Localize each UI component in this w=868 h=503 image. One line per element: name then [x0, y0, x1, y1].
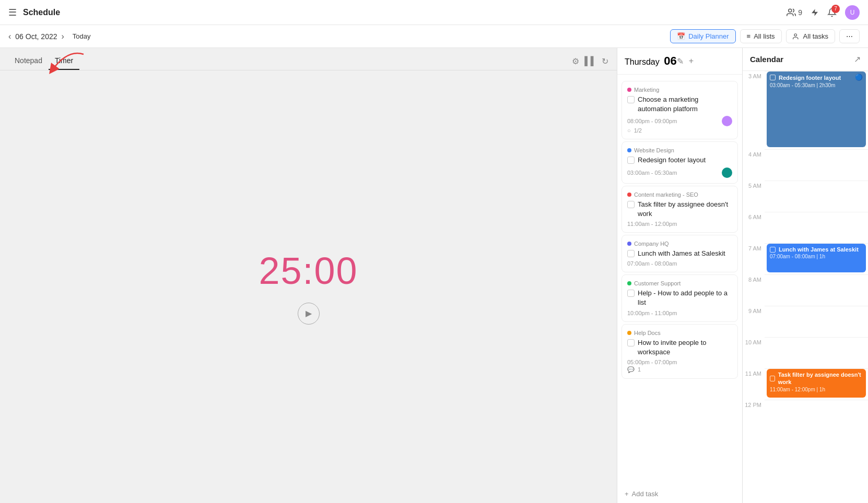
current-date: 06 Oct, 2022 [15, 32, 57, 41]
settings-icon[interactable]: ⚙ [572, 56, 579, 66]
time-row: 3 AM Redesign footer layout 🔵 03:00am - … [743, 71, 868, 149]
task-time: 08:00pm - 09:00pm [627, 118, 677, 124]
notif-badge: 7 [831, 5, 840, 13]
expand-icon[interactable]: ↗ [854, 54, 861, 64]
add-task-label: Add task [632, 490, 659, 498]
task-name: Choose a marketing automation platform [638, 95, 732, 114]
all-tasks-icon [793, 33, 800, 40]
task-name: How to invite people to workspace [638, 338, 732, 357]
task-card[interactable]: Content marketing - SEO Task filter by a… [621, 186, 738, 233]
all-lists-button[interactable]: ≡ All lists [740, 29, 782, 43]
timer-content: 25:00 ▶ [0, 70, 617, 503]
middle-panel: Thursday 06 ✎ + Marketing Choose a marke… [617, 48, 743, 503]
task-category: Website Design [627, 147, 732, 153]
time-row: 10 AM [743, 337, 868, 368]
day-name: Thursday [625, 57, 660, 66]
chart-icon[interactable]: ▌▌ [584, 56, 596, 66]
users-count: 9 [798, 8, 802, 17]
cal-event[interactable]: Task filter by assignee doesn't work 11:… [767, 369, 866, 398]
task-checkbox[interactable] [627, 290, 635, 297]
category-name: Marketing [634, 87, 659, 93]
task-comment-meta: 💬 1 [627, 366, 732, 373]
event-checkbox[interactable] [770, 376, 775, 381]
task-row: Help - How to add people to a list [627, 289, 732, 307]
time-label: 5 AM [743, 181, 765, 189]
task-time: 07:00am - 08:00am [627, 260, 677, 267]
time-label: 7 AM [743, 243, 765, 252]
edit-icon[interactable]: ✎ [677, 56, 684, 66]
task-category: Marketing [627, 87, 732, 93]
all-tasks-label: All tasks [803, 32, 828, 40]
menu-icon[interactable]: ☰ [8, 7, 17, 18]
task-checkbox[interactable] [627, 201, 635, 208]
daily-planner-label: Daily Planner [688, 32, 729, 40]
task-row: Lunch with James at Saleskit [627, 249, 732, 258]
tab-timer[interactable]: Timer [49, 52, 79, 70]
tab-notepad[interactable]: Notepad [8, 52, 49, 70]
daily-planner-button[interactable]: 📅 Daily Planner [670, 29, 735, 43]
task-checkbox[interactable] [627, 339, 635, 346]
add-task-row[interactable]: + Add task [617, 485, 742, 503]
category-dot [627, 148, 631, 152]
category-dot [627, 193, 631, 197]
task-category: Company HQ [627, 241, 732, 247]
users-button[interactable]: 9 [787, 8, 802, 17]
task-subtask: ○ 1/2 [627, 127, 732, 134]
time-label: 9 AM [743, 306, 765, 314]
task-card[interactable]: Marketing Choose a marketing automation … [621, 81, 738, 139]
time-row: 4 AM [743, 149, 868, 181]
bolt-button[interactable] [811, 8, 819, 17]
time-label: 10 AM [743, 337, 765, 345]
category-name: Content marketing - SEO [634, 191, 698, 198]
task-row: Choose a marketing automation platform [627, 95, 732, 114]
view-switcher: 📅 Daily Planner ≡ All lists All tasks ⋯ [670, 29, 860, 43]
category-name: Customer Support [634, 280, 681, 286]
today-button[interactable]: Today [73, 32, 91, 40]
timer-play-button[interactable]: ▶ [298, 303, 320, 325]
add-icon[interactable]: + [689, 56, 694, 66]
time-row: 8 AM [743, 274, 868, 306]
task-name: Task filter by assignee doesn't work [638, 200, 732, 219]
all-lists-label: All lists [754, 32, 775, 40]
event-title: Redesign footer layout [779, 74, 841, 81]
event-checkbox[interactable] [770, 247, 776, 253]
next-date-button[interactable]: › [62, 32, 64, 41]
task-checkbox[interactable] [627, 157, 635, 164]
all-tasks-button[interactable]: All tasks [786, 29, 835, 43]
task-card[interactable]: Customer Support Help - How to add peopl… [621, 274, 738, 321]
event-checkbox[interactable] [770, 75, 776, 80]
day-num: 06 [664, 54, 676, 67]
notifications-button[interactable]: 7 [827, 8, 837, 17]
task-card[interactable]: Company HQ Lunch with James at Saleskit … [621, 235, 738, 272]
right-panel: Calendar ↗ 3 AM Redesign footer layout 🔵… [743, 48, 868, 503]
task-card[interactable]: Website Design Redesign footer layout 03… [621, 141, 738, 183]
prev-date-button[interactable]: ‹ [8, 32, 11, 41]
task-checkbox[interactable] [627, 250, 635, 257]
time-label: 3 AM [743, 71, 765, 79]
second-nav: ‹ 06 Oct, 2022 › Today 📅 Daily Planner ≡… [0, 25, 868, 48]
cal-event[interactable]: Lunch with James at Saleskit 07:00am - 0… [767, 244, 866, 272]
calendar-title: Calendar [750, 55, 854, 64]
task-list: Marketing Choose a marketing automation … [617, 75, 742, 485]
category-name: Company HQ [634, 241, 669, 247]
avatar[interactable]: U [845, 5, 860, 20]
left-panel-tabs: Notepad Timer ⚙ ▌▌ ↻ [0, 48, 617, 70]
task-meta: 05:00pm - 07:00pm [627, 359, 732, 365]
time-label: 11 AM [743, 368, 765, 377]
task-card[interactable]: Help Docs How to invite people to worksp… [621, 324, 738, 379]
task-name: Help - How to add people to a list [638, 289, 732, 307]
middle-header: Thursday 06 ✎ + [617, 48, 742, 75]
subtask-count: 1/2 [634, 127, 642, 134]
play-icon: ▶ [306, 308, 312, 318]
task-row: Redesign footer layout [627, 155, 732, 165]
category-dot [627, 242, 631, 246]
task-meta: 07:00am - 08:00am [627, 260, 732, 267]
cal-event[interactable]: Redesign footer layout 🔵 03:00am - 05:30… [767, 71, 866, 147]
refresh-icon[interactable]: ↻ [602, 56, 608, 66]
time-row: 12 PM [743, 400, 868, 431]
task-checkbox[interactable] [627, 96, 635, 103]
more-button[interactable]: ⋯ [839, 29, 860, 43]
task-time: 03:00am - 05:30am [627, 170, 677, 176]
category-dot [627, 281, 631, 285]
category-dot [627, 88, 631, 92]
